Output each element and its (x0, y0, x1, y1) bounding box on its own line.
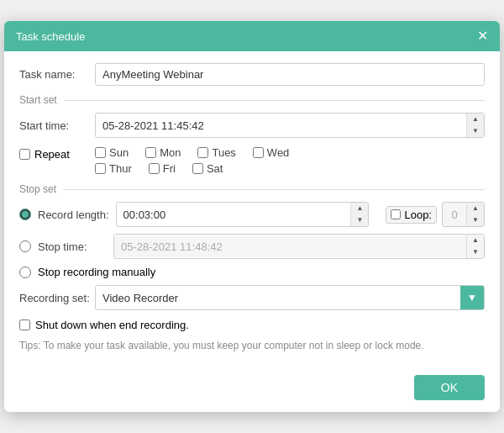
days-row-1: Sun Mon Tues Wed (95, 146, 289, 159)
select-arrow-icon: ▼ (460, 286, 484, 309)
loop-down-button[interactable]: ▼ (467, 214, 484, 226)
task-name-label: Task name: (19, 68, 95, 81)
task-name-input[interactable] (95, 63, 485, 86)
title-bar: Task schedule ✕ (4, 21, 500, 51)
loop-label: Loop: (404, 209, 432, 221)
record-length-up-button[interactable]: ▲ (351, 203, 368, 214)
loop-up-button[interactable]: ▲ (467, 203, 484, 214)
start-time-input[interactable] (96, 115, 466, 136)
day-tues[interactable]: Tues (197, 146, 235, 159)
days-grid: Sun Mon Tues Wed (95, 146, 289, 175)
stop-time-input[interactable] (114, 236, 466, 257)
dialog-title: Task schedule (16, 30, 85, 43)
start-time-spinner-buttons: ▲ ▼ (466, 114, 484, 137)
day-sun-checkbox[interactable] (95, 147, 106, 158)
day-tues-checkbox[interactable] (197, 147, 208, 158)
day-thur[interactable]: Thur (95, 162, 132, 175)
day-thur-checkbox[interactable] (95, 163, 106, 174)
day-fri-checkbox[interactable] (149, 163, 160, 174)
stop-time-label: Stop time: (38, 240, 107, 253)
stop-time-spinner-buttons: ▲ ▼ (466, 235, 484, 258)
loop-input[interactable] (443, 206, 466, 224)
record-length-row: Record length: ▲ ▼ Loop: ▲ ▼ (19, 202, 485, 227)
recording-set-label: Recording set: (19, 292, 95, 304)
stop-time-radio[interactable] (19, 240, 31, 252)
loop-checkbox-wrap: Loop: (386, 206, 437, 224)
repeat-row: Repeat Sun Mon Tues (19, 146, 485, 175)
day-wed[interactable]: Wed (253, 146, 290, 159)
day-sat[interactable]: Sat (192, 162, 223, 175)
start-time-row: Start time: ▲ ▼ (19, 113, 485, 138)
day-sun[interactable]: Sun (95, 146, 129, 159)
dialog-content: Task name: Start set Start time: ▲ ▼ Rep… (4, 51, 500, 375)
repeat-checkbox-label[interactable]: Repeat (19, 148, 70, 161)
stop-manually-label: Stop recording manually (38, 266, 155, 278)
loop-spinner-buttons: ▲ ▼ (466, 203, 484, 226)
repeat-label: Repeat (34, 148, 70, 161)
recording-set-row: Recording set: Video Recorder ▼ (19, 285, 485, 310)
tips-text: Tips: To make your task available, you m… (19, 340, 485, 351)
stop-manually-radio[interactable] (19, 267, 31, 278)
loop-checkbox[interactable] (391, 209, 401, 219)
record-length-input[interactable] (117, 204, 351, 225)
recording-set-select-wrap: Video Recorder ▼ (95, 285, 485, 310)
start-time-spinner: ▲ ▼ (95, 113, 485, 138)
shutdown-checkbox[interactable] (19, 319, 30, 330)
stop-manually-row: Stop recording manually (19, 266, 485, 278)
stop-time-down-button[interactable]: ▼ (467, 246, 484, 258)
ok-button[interactable]: OK (414, 375, 485, 400)
record-length-radio[interactable] (19, 209, 31, 220)
recording-set-select[interactable]: Video Recorder (96, 288, 460, 309)
stop-time-up-button[interactable]: ▲ (467, 235, 484, 246)
day-sat-checkbox[interactable] (192, 163, 203, 174)
task-name-row: Task name: (19, 63, 485, 86)
stop-set-label: Stop set (19, 183, 485, 195)
record-length-down-button[interactable]: ▼ (351, 214, 368, 226)
start-time-label: Start time: (19, 119, 95, 132)
repeat-checkbox[interactable] (19, 149, 30, 160)
days-row-2: Thur Fri Sat (95, 162, 289, 175)
repeat-label-col: Repeat (19, 146, 95, 161)
shutdown-label: Shut down when end recording. (35, 319, 189, 331)
day-mon[interactable]: Mon (145, 146, 181, 159)
day-wed-checkbox[interactable] (253, 147, 264, 158)
start-set-label: Start set (19, 94, 485, 106)
stop-time-row: Stop time: ▲ ▼ (19, 234, 485, 259)
day-mon-checkbox[interactable] (145, 147, 156, 158)
dialog-footer: OK (4, 375, 500, 412)
loop-wrap: Loop: ▲ ▼ (386, 202, 485, 227)
day-fri[interactable]: Fri (149, 162, 176, 175)
loop-spinner: ▲ ▼ (442, 202, 485, 227)
stop-time-spinner: ▲ ▼ (113, 234, 485, 259)
start-time-up-button[interactable]: ▲ (467, 114, 484, 125)
record-length-label: Record length: (38, 209, 109, 221)
start-time-down-button[interactable]: ▼ (467, 125, 484, 137)
close-button[interactable]: ✕ (477, 29, 488, 43)
record-length-spinner-buttons: ▲ ▼ (350, 203, 368, 226)
shutdown-row: Shut down when end recording. (19, 319, 485, 331)
task-schedule-dialog: Task schedule ✕ Task name: Start set Sta… (4, 21, 500, 412)
record-length-spinner: ▲ ▼ (116, 202, 370, 227)
